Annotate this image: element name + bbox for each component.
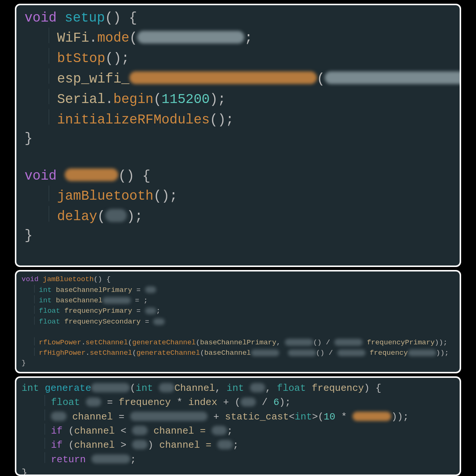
code-panel-1: void setup() { WiFi.mode(; btStop(); esp… [15,4,461,267]
redacted-region [129,71,317,84]
redacted-region [86,398,102,407]
redacted-region [251,350,279,356]
code-block: void jamBluetooth() { int baseChannelPri… [16,271,460,372]
function-name: setup [65,10,105,26]
redacted-region [103,297,131,304]
redacted-region [153,318,164,325]
keyword-void: void [25,10,57,26]
redacted-region [145,286,156,293]
code-panels-stack: void setup() { WiFi.mode(; btStop(); esp… [15,0,461,476]
redacted-region [217,440,233,449]
redacted-region [408,350,436,356]
redacted-region [130,412,208,421]
redacted-region [105,209,127,222]
redacted-region [137,31,244,44]
redacted-region [132,440,148,449]
redacted-region [212,426,227,435]
code-block: int generate(int Channel, int , float fr… [16,378,460,476]
redacted-region [145,308,156,314]
code-block: void setup() { WiFi.mode(; btStop(); esp… [16,5,460,249]
redacted-region [325,71,461,84]
code-panel-3: int generate(int Channel, int , float fr… [15,376,461,476]
redacted-region [337,350,366,356]
redacted-region [51,412,67,421]
redacted-region [334,339,363,345]
redacted-region [91,454,130,464]
redacted-region [91,383,130,392]
redacted-region [159,383,174,392]
redacted-region [65,168,118,181]
code-panel-2: void jamBluetooth() { int baseChannelPri… [15,270,461,373]
redacted-region [241,398,256,407]
redacted-region [353,412,391,421]
redacted-region [132,426,148,435]
redacted-region [250,383,266,392]
redacted-region [285,339,313,345]
redacted-region [288,350,316,356]
